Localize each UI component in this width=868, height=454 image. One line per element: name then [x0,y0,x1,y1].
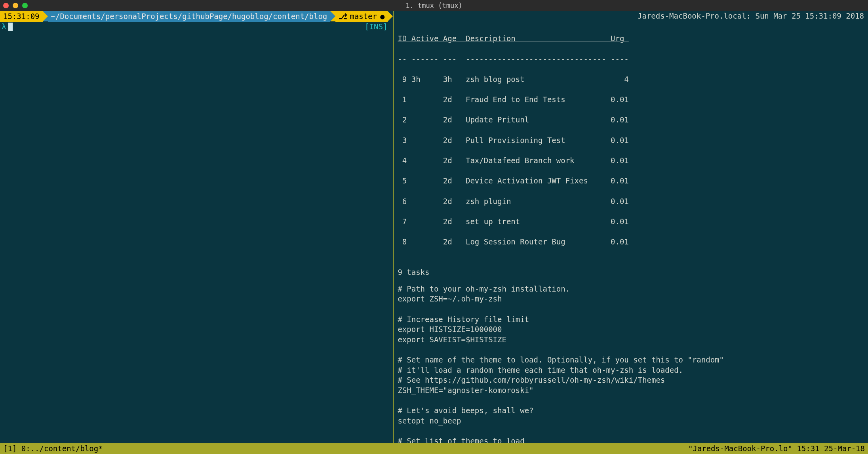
window-titlebar: 1. tmux (tmux) [0,0,868,11]
prompt-symbol: λ [2,22,8,32]
powerline-arrow-icon [388,11,393,21]
tmux-pane-left[interactable]: 15:31:09 ~/Documents/personalProjects/gi… [0,11,393,443]
tmux-pane-right[interactable]: Jareds-MacBook-Pro.local: Sun Mar 25 15:… [394,11,868,443]
prompt-time-segment: 15:31:09 [0,11,43,22]
task-row: 4 2d Tax/Datafeed Branch work 0.01 [398,156,628,165]
git-branch-icon: ⎇ [339,11,347,22]
task-row: 5 2d Device Activation JWT Fixes 0.01 [398,176,628,185]
host-datetime: Jareds-MacBook-Pro.local: Sun Mar 25 15:… [394,11,868,21]
window-title: 1. tmux (tmux) [0,1,868,10]
task-row: 7 2d set up trent 0.01 [398,217,628,226]
task-row: 6 2d zsh plugin 0.01 [398,197,628,206]
prompt-path-segment: ~/Documents/personalProjects/githubPage/… [48,11,331,22]
taskwarrior-output: ID Active Age Description Urg -- ------ … [394,21,868,282]
tmux-status-left: [1] 0:../content/blog* [3,444,103,454]
vi-mode-indicator: [INS] [365,22,387,32]
git-dirty-icon: ● [380,11,385,22]
task-row: 9 3h 3h zsh blog post 4 [398,75,628,84]
tmux-status-right: "Jareds-MacBook-Pro.lo" 15:31 25-Mar-18 [688,444,865,454]
powerline-arrow-icon [330,11,335,21]
task-count: 9 tasks [398,268,429,277]
task-table-header: ID Active Age Description Urg [398,34,628,43]
tmux-status-bar: [1] 0:../content/blog* "Jareds-MacBook-P… [0,443,868,454]
shell-prompt-powerline: 15:31:09 ~/Documents/personalProjects/gi… [0,11,393,22]
prompt-time: 15:31:09 [3,11,40,22]
terminal-cursor [8,23,13,31]
zshrc-file-content: # Path to your oh-my-zsh installation. e… [394,282,868,454]
prompt-path: ~/Documents/personalProjects/githubPage/… [51,11,327,22]
task-row: 1 2d Fraud End to End Tests 0.01 [398,95,628,104]
task-row: 2 2d Update Pritunl 0.01 [398,115,628,124]
task-table-separator: -- ------ --- --------------------------… [398,55,628,63]
git-branch-name: master [350,11,377,22]
task-row: 3 2d Pull Provisioning Test 0.01 [398,136,628,145]
prompt-git-segment: ⎇ master ● [335,11,388,22]
shell-command-line[interactable]: λ [0,22,393,32]
powerline-arrow-icon [43,11,48,21]
task-row: 8 2d Log Session Router Bug 0.01 [398,237,628,246]
